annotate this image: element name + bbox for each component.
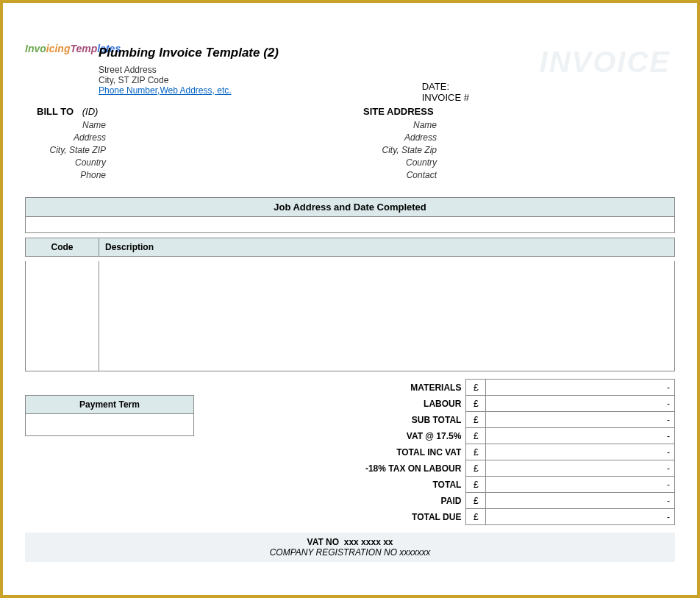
payment-term-value xyxy=(25,414,194,436)
site-address-section: SITE ADDRESS Name Address City, State Zi… xyxy=(334,106,540,182)
bill-to-section: BILL TO (ID) Name Address City, State ZI… xyxy=(25,106,334,182)
company-reg-value: xxxxxxx xyxy=(399,547,430,558)
site-contact: Contact xyxy=(334,170,437,180)
line-items-body xyxy=(25,261,675,371)
bill-to-title: BILL TO xyxy=(37,106,74,117)
job-address-value xyxy=(25,217,675,233)
invoice-meta: DATE: INVOICE # xyxy=(422,81,469,103)
payment-term-header: Payment Term xyxy=(25,395,194,414)
document-title: Plumbing Invoice Template (2) xyxy=(99,46,279,60)
job-address-header: Job Address and Date Completed xyxy=(25,197,675,217)
totals-row: TOTAL DUE£- xyxy=(194,509,675,525)
company-reg-label: COMPANY REGISTRATION NO xyxy=(270,547,397,558)
invoice-document: INVOICE InvoicingTemplates Plumbing Invo… xyxy=(0,0,700,598)
site-csz: City, State Zip xyxy=(334,145,437,155)
site-address: Address xyxy=(334,132,437,143)
totals-row: LABOUR£- xyxy=(194,396,675,412)
column-code: Code xyxy=(26,238,99,257)
bill-to-phone: Phone xyxy=(25,170,106,180)
vat-no-value: xxx xxxx xx xyxy=(344,537,393,547)
bill-to-id: (ID) xyxy=(82,106,99,117)
totals-table: MATERIALS£- LABOUR£- SUB TOTAL£- VAT @ 1… xyxy=(194,379,675,525)
invoice-number-label: INVOICE # xyxy=(422,92,469,103)
watermark: INVOICE xyxy=(540,46,671,79)
bill-to-name: Name xyxy=(25,120,106,130)
column-description: Description xyxy=(99,238,675,257)
totals-row: MATERIALS£- xyxy=(194,380,675,396)
site-country: Country xyxy=(334,157,437,168)
vat-no-label: VAT NO xyxy=(307,537,340,547)
bill-to-address: Address xyxy=(25,132,106,143)
date-label: DATE: xyxy=(422,81,469,92)
totals-row: VAT @ 17.5%£- xyxy=(194,428,675,444)
footer-band: VAT NO xxx xxxx xx COMPANY REGISTRATION … xyxy=(25,533,675,562)
site-name: Name xyxy=(334,120,437,130)
company-city: City, ST ZIP Code xyxy=(99,75,279,85)
logo: InvoicingTemplates xyxy=(25,24,99,96)
totals-row: -18% TAX ON LABOUR£- xyxy=(194,460,675,477)
site-address-title: SITE ADDRESS xyxy=(363,106,540,117)
company-contact-link[interactable]: Phone Number,Web Address, etc. xyxy=(99,85,232,96)
bill-to-csz: City, State ZIP xyxy=(25,145,106,155)
company-street: Street Address xyxy=(99,65,279,75)
totals-row: SUB TOTAL£- xyxy=(194,412,675,428)
totals-row: TOTAL INC VAT£- xyxy=(194,444,675,460)
line-items-table: Code Description xyxy=(25,238,675,257)
company-block: Plumbing Invoice Template (2) Street Add… xyxy=(99,24,279,96)
totals-row: PAID£- xyxy=(194,493,675,509)
totals-row: TOTAL£- xyxy=(194,477,675,493)
bill-to-country: Country xyxy=(25,157,106,168)
